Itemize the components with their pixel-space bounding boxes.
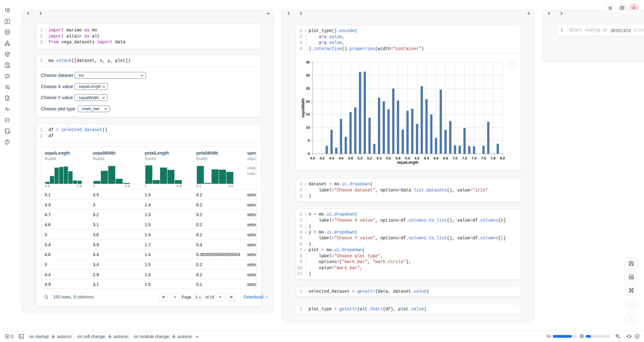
svg-text:30: 30	[306, 73, 310, 77]
svg-text:5.6: 5.6	[386, 156, 391, 160]
svg-text:4.2: 4.2	[320, 156, 324, 160]
svg-text:8.0: 8.0	[500, 156, 505, 160]
svg-text:6.4: 6.4	[424, 156, 429, 160]
svg-text:7.8: 7.8	[491, 156, 496, 160]
svg-text:6.8: 6.8	[443, 156, 448, 160]
svg-text:7.4: 7.4	[472, 156, 477, 160]
svg-text:6.0: 6.0	[405, 156, 410, 160]
svg-text:4.4: 4.4	[329, 156, 334, 160]
svg-text:sepalWidth: sepalWidth	[301, 98, 305, 118]
svg-text:35: 35	[306, 60, 310, 64]
svg-text:0: 0	[308, 152, 310, 155]
svg-text:4.8: 4.8	[348, 156, 353, 160]
svg-text:4.6: 4.6	[338, 156, 343, 160]
svg-text:6.6: 6.6	[434, 156, 438, 160]
svg-text:7.6: 7.6	[481, 156, 486, 160]
svg-text:5.4: 5.4	[377, 156, 382, 160]
svg-text:sepalLength: sepalLength	[397, 160, 419, 165]
svg-text:7.0: 7.0	[453, 156, 457, 160]
svg-text:7.2: 7.2	[462, 156, 467, 160]
svg-text:20: 20	[306, 100, 310, 103]
svg-text:5.8: 5.8	[395, 156, 401, 160]
svg-text:5.0: 5.0	[358, 156, 363, 160]
svg-text:6.2: 6.2	[415, 156, 420, 160]
svg-text:10: 10	[306, 126, 310, 129]
svg-text:5: 5	[308, 139, 310, 142]
svg-text:15: 15	[306, 112, 310, 116]
svg-text:4.0: 4.0	[310, 156, 315, 160]
svg-text:25: 25	[306, 87, 310, 90]
svg-text:5.2: 5.2	[367, 156, 372, 160]
